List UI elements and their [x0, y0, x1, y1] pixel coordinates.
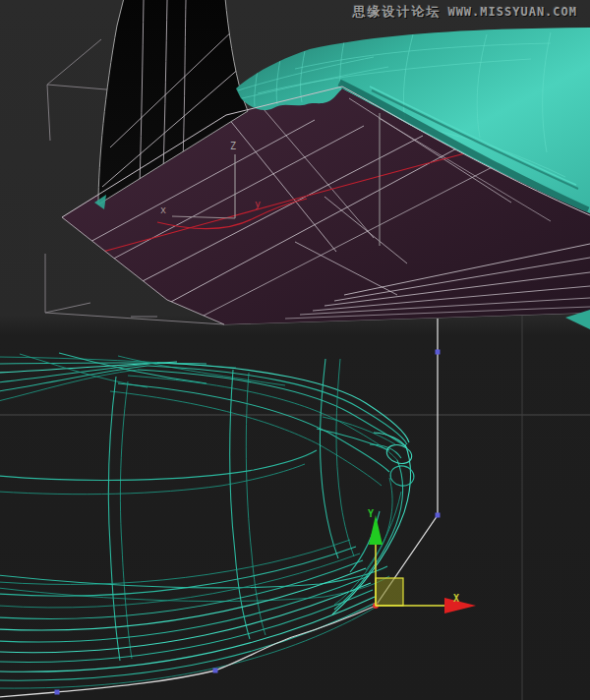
spline-vertex[interactable] — [436, 513, 441, 518]
viewport-canvas[interactable]: Z x y — [0, 0, 590, 700]
watermark: 思缘设计论坛WWW.MISSYUAN.COM — [352, 3, 577, 21]
axis-label-x: x — [160, 204, 166, 215]
max-viewport-canvas: Z x y — [0, 0, 590, 700]
axis-label-y: y — [255, 199, 261, 209]
gizmo-xy-plane-handle[interactable] — [376, 578, 403, 606]
spline-vertex[interactable] — [436, 350, 441, 355]
gizmo-label-y: Y — [368, 508, 374, 519]
watermark-site-url: WWW.MISSYUAN.COM — [447, 5, 577, 19]
spline-vertex[interactable] — [55, 690, 60, 695]
gizmo-label-x: X — [453, 593, 459, 604]
axis-label-z: Z — [230, 141, 236, 151]
spline-vertex[interactable] — [213, 669, 218, 673]
watermark-forum-name: 思缘设计论坛 — [352, 4, 441, 19]
